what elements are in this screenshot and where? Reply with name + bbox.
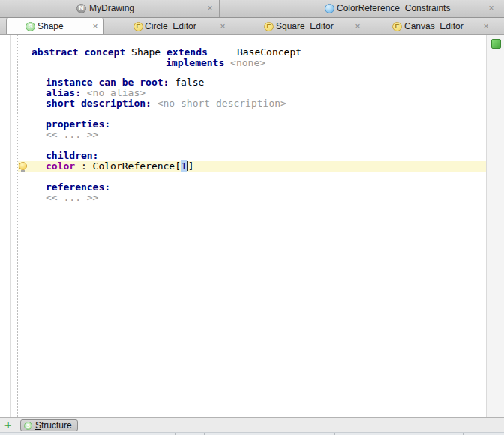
error-stripe-ok-indicator[interactable] <box>491 39 501 49</box>
tab-label: MyDrawing <box>89 0 134 17</box>
add-aspect-button[interactable]: + <box>4 418 11 432</box>
code-line[interactable]: children: <box>46 151 98 161</box>
code-line[interactable]: abstract concept Shape extends BaseConce… <box>32 47 302 58</box>
close-icon[interactable]: × <box>206 0 214 17</box>
tab-shape[interactable]: S Shape × <box>6 18 104 34</box>
code-line[interactable]: color : ColorReference[1] <box>46 161 194 172</box>
editor-aspect-icon: E <box>134 22 143 32</box>
close-icon[interactable]: × <box>353 18 362 34</box>
constraints-sphere-icon <box>325 4 334 14</box>
bottom-panel-edge <box>0 432 504 435</box>
tab-label: Square_Editor <box>276 18 334 34</box>
tab-label: Structure <box>35 420 72 430</box>
node-icon: N <box>76 4 86 14</box>
scrollbar-track[interactable] <box>486 35 504 417</box>
tab-label: Canvas_Editor <box>404 18 464 34</box>
close-icon[interactable]: × <box>487 0 496 17</box>
tab-square-editor[interactable]: E Square_Editor × <box>238 18 373 34</box>
concept-editor[interactable]: abstract concept Shape extends BaseConce… <box>0 35 504 417</box>
editor-gutter-line <box>10 35 10 417</box>
tab-circle-editor[interactable]: E Circle_Editor × <box>104 18 238 34</box>
editor-aspect-icon: E <box>392 22 402 32</box>
lightbulb-intention-icon[interactable] <box>19 162 27 170</box>
node-tab-bar: N MyDrawing × ColorReference_Constraints… <box>0 0 504 18</box>
aspect-tab-bar: S Shape × E Circle_Editor × E Square_Edi… <box>0 18 504 35</box>
editor-aspect-icon: E <box>264 22 274 32</box>
tab-label: Circle_Editor <box>145 18 196 34</box>
tab-mydrawing[interactable]: N MyDrawing × <box>0 0 219 17</box>
tab-label: ColorReference_Constraints <box>337 0 450 17</box>
aspect-bottom-bar: + S Structure <box>0 417 504 432</box>
code-line[interactable]: alias: <no alias> <box>46 88 146 98</box>
code-line[interactable]: references: <box>46 182 110 193</box>
code-line[interactable]: properties: <box>46 119 110 130</box>
mps-ide-window: N MyDrawing × ColorReference_Constraints… <box>0 0 504 435</box>
code-line[interactable]: short description: <no short description… <box>46 98 286 109</box>
close-icon[interactable]: × <box>482 18 490 34</box>
editor-gutter-dotted-line <box>17 35 18 417</box>
code-line[interactable]: << ... >> <box>46 193 98 203</box>
tab-label: Shape <box>38 18 64 34</box>
structure-aspect-icon: S <box>26 22 35 32</box>
close-icon[interactable]: × <box>218 18 227 34</box>
tab-canvas-editor[interactable]: E Canvas_Editor × <box>373 18 504 34</box>
tab-colorreference-constraints[interactable]: ColorReference_Constraints × <box>219 0 504 17</box>
close-icon[interactable]: × <box>91 18 100 34</box>
tab-structure[interactable]: S Structure <box>20 419 78 431</box>
code-line[interactable]: << ... >> <box>46 130 98 140</box>
code-line[interactable]: instance can be root: false <box>46 77 204 88</box>
code-line[interactable]: implements <none> <box>166 58 266 68</box>
structure-aspect-icon: S <box>24 422 32 430</box>
